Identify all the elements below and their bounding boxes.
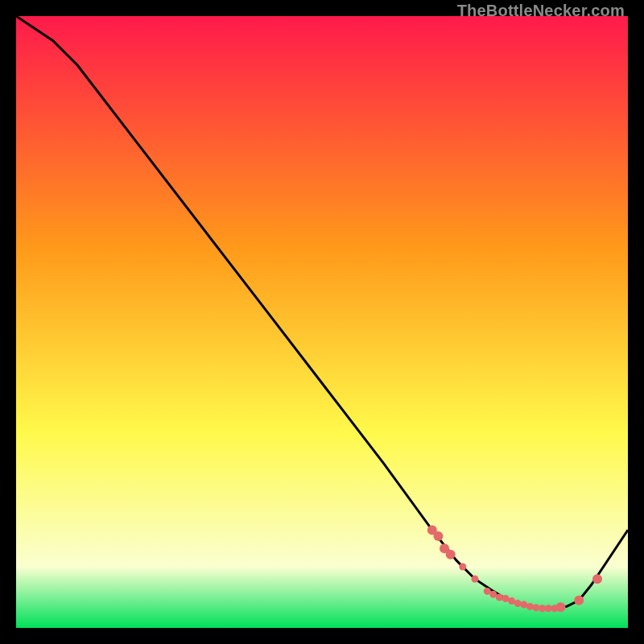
chart-frame <box>16 16 628 628</box>
data-marker <box>574 596 584 605</box>
bottleneck-curve-chart <box>16 16 628 628</box>
gradient-background <box>16 16 628 628</box>
data-marker <box>496 594 503 601</box>
data-marker <box>472 576 479 583</box>
data-marker <box>555 602 565 612</box>
data-marker <box>446 550 456 559</box>
data-marker <box>592 574 602 584</box>
data-marker <box>514 600 522 607</box>
data-marker <box>526 603 534 610</box>
data-marker <box>520 601 527 609</box>
data-marker <box>433 531 443 541</box>
watermark-text: TheBottleNecker.com <box>457 2 625 20</box>
data-marker <box>533 604 540 611</box>
data-marker <box>459 564 466 571</box>
